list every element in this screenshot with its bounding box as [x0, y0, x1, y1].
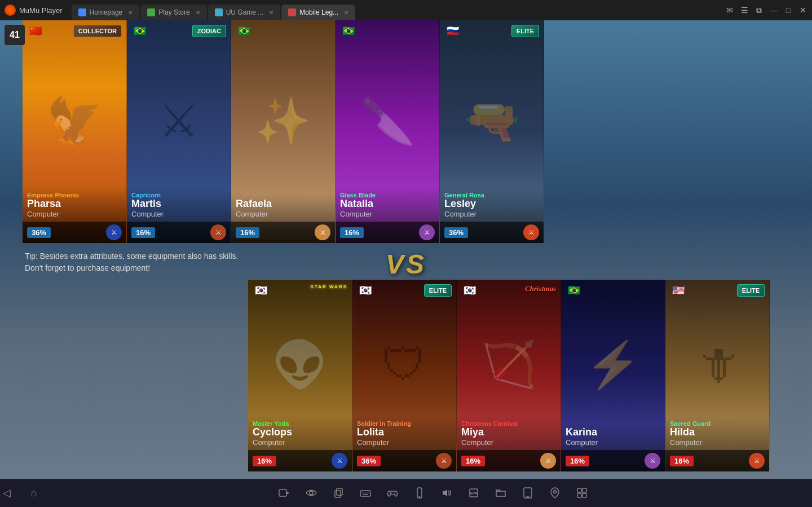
folder-icon[interactable]	[494, 486, 508, 500]
hero-card-rafaela[interactable]: ✨🇧🇷RafaelaComputer16%⚔	[231, 20, 336, 243]
svg-rect-4	[337, 488, 342, 495]
grid-icon[interactable]	[575, 486, 589, 500]
vs-label: VS	[386, 249, 426, 280]
skin-badge: ELITE	[737, 284, 765, 297]
svg-rect-26	[582, 493, 586, 497]
svg-rect-23	[577, 488, 581, 492]
apk-icon[interactable]: APK	[467, 486, 480, 500]
minimize-icon[interactable]: —	[769, 6, 778, 15]
svg-marker-17	[443, 490, 447, 496]
hero-role: Computer	[357, 438, 452, 447]
svg-rect-5	[360, 491, 370, 496]
hero-role-icon: ⚔	[332, 453, 347, 469]
hero-role-icon: ⚔	[523, 224, 539, 240]
flag-badge: 🇧🇷	[566, 284, 582, 297]
tab-label-playstore: Play Store	[158, 8, 189, 16]
eye-icon[interactable]	[304, 486, 318, 500]
tab-close-mobilelegends[interactable]: ✕	[344, 10, 348, 16]
hero-card-hilda[interactable]: 🗡🇺🇸ELITESacred GuardHildaComputer16%⚔	[665, 280, 770, 471]
hero-card-cyclops[interactable]: 👽🇰🇷STAR WARSMaster YodaCyclopsComputer16…	[248, 280, 352, 471]
hero-name: Miya	[461, 427, 556, 438]
hero-name: Hilda	[670, 427, 765, 438]
tab-uugame[interactable]: UU Game ...✕	[208, 5, 281, 20]
win-pct: 16%	[340, 227, 364, 238]
hero-card-pharsa[interactable]: 🦅🇨🇳COLLECTOREmpress PhoenixPharsaCompute…	[23, 20, 127, 243]
svg-rect-25	[577, 493, 581, 497]
win-pct: 16%	[566, 456, 589, 466]
flag-badge: 🇺🇸	[670, 284, 687, 297]
copy-icon[interactable]	[332, 486, 345, 500]
card-bottom-bar: 36%⚔	[440, 222, 544, 243]
hero-role: Computer	[670, 438, 765, 447]
hero-role-icon: ⚔	[540, 453, 556, 469]
hero-card-miya[interactable]: 🏹🇰🇷ChristmasChristmas CarnivalMiyaComput…	[457, 280, 561, 471]
skin-badge: ELITE	[511, 25, 539, 37]
hero-card-lesley[interactable]: 🔫🇷🇺ELITEGeneral RosaLesleyComputer36%⚔	[440, 20, 544, 243]
hero-name: Cyclops	[253, 427, 347, 438]
maximize-icon[interactable]: □	[784, 6, 793, 15]
card-bottom-bar: 16%⚔	[665, 450, 769, 471]
home-icon[interactable]: ⌂	[27, 486, 41, 500]
win-pct: 36%	[357, 456, 381, 466]
tab-label-mobilelegends: Mobile Leg...	[299, 8, 338, 16]
back-icon[interactable]: ◁	[0, 486, 14, 500]
flag-badge: 🇰🇷	[253, 284, 270, 297]
svg-marker-1	[286, 491, 289, 495]
hero-role: Computer	[131, 210, 226, 218]
card-bottom-bar: 16%⚔	[457, 450, 561, 471]
tab-icon-mobilelegends	[288, 8, 296, 16]
hero-role-icon: ⚔	[645, 453, 660, 469]
tab-playstore[interactable]: Play Store✕	[140, 5, 206, 20]
mail-icon[interactable]: ✉	[725, 6, 734, 15]
win-pct: 16%	[670, 456, 694, 466]
skin-badge: COLLECTOR	[73, 25, 122, 37]
win-pct: 36%	[444, 227, 468, 238]
hero-name: Lolita	[357, 427, 452, 438]
close-icon[interactable]: ✕	[798, 6, 807, 15]
card-bottom-bar: 16%⚔	[248, 450, 352, 471]
tab-homepage[interactable]: Homepage✕	[72, 5, 140, 20]
card-bottom-bar: 36%⚔	[352, 450, 456, 471]
hero-role: Computer	[236, 210, 330, 218]
win-pct: 16%	[236, 227, 259, 238]
flag-badge: 🇧🇷	[236, 25, 253, 37]
flag-badge: 🇧🇷	[340, 25, 357, 37]
tab-mobilelegends[interactable]: Mobile Leg...✕	[281, 5, 355, 20]
tabs-bar: Homepage✕Play Store✕UU Game ...✕Mobile L…	[72, 0, 725, 20]
location-icon[interactable]	[548, 486, 562, 500]
hero-role: Computer	[253, 438, 347, 447]
tab-label-homepage: Homepage	[90, 8, 123, 16]
tab-close-playstore[interactable]: ✕	[196, 10, 200, 16]
hero-role-icon: ⚔	[106, 224, 122, 240]
hero-role: Computer	[566, 438, 660, 447]
tab-icon-playstore	[147, 8, 155, 16]
app-icon	[5, 5, 16, 16]
hero-card-karina[interactable]: ⚡🇧🇷KarinaComputer16%⚔	[561, 280, 665, 471]
phone2-icon[interactable]	[521, 486, 535, 500]
hero-name: Lesley	[444, 199, 539, 210]
hero-role: Computer	[340, 210, 435, 218]
win-pct: 36%	[27, 227, 51, 238]
hero-name: Natalia	[340, 199, 435, 210]
skin-badge: ELITE	[424, 284, 452, 297]
card-bottom-bar: 16%⚔	[561, 450, 665, 471]
tab-close-uugame[interactable]: ✕	[269, 10, 273, 16]
hero-card-lolita[interactable]: 🛡🇰🇷ELITESoldier in TrainingLolitaCompute…	[352, 280, 457, 471]
card-bottom-bar: 16%⚔	[127, 222, 231, 243]
hero-card-natalia[interactable]: 🔪🇧🇷Glass BladeNataliaComputer16%⚔	[336, 20, 440, 243]
hero-name: Rafaela	[236, 199, 330, 210]
phone-icon[interactable]	[413, 486, 426, 500]
tab-icon-uugame	[215, 8, 223, 16]
hero-card-martis[interactable]: ⚔🇧🇷ZODIACCapricornMartisComputer16%⚔	[127, 20, 231, 243]
record-icon[interactable]	[277, 486, 291, 500]
gamepad-icon[interactable]	[386, 486, 399, 500]
hero-name: Karina	[566, 427, 660, 438]
team-top: 🦅🇨🇳COLLECTOREmpress PhoenixPharsaCompute…	[23, 20, 544, 243]
keyboard-icon[interactable]	[359, 486, 372, 500]
hero-silhouette: ✨	[231, 20, 335, 222]
titlebar-controls: ✉ ☰ ⧉ — □ ✕	[725, 6, 812, 15]
menu-icon[interactable]: ☰	[740, 6, 749, 15]
tab-close-homepage[interactable]: ✕	[128, 10, 133, 16]
volume-icon[interactable]	[440, 486, 453, 500]
restore-icon[interactable]: ⧉	[754, 6, 764, 15]
